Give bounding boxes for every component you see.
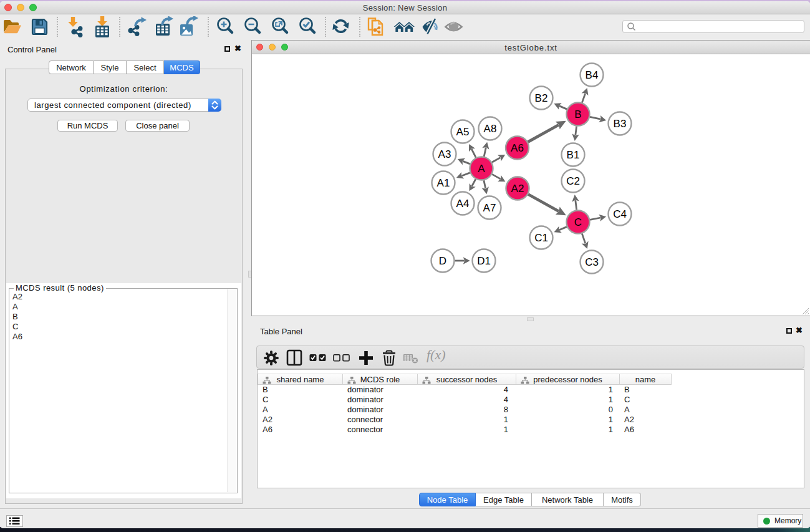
svg-text:A8: A8: [484, 123, 497, 135]
svg-text:A: A: [478, 163, 485, 175]
svg-text:C3: C3: [585, 256, 599, 268]
svg-text:B2: B2: [535, 92, 548, 104]
svg-text:B3: B3: [614, 118, 627, 130]
svg-text:C2: C2: [566, 175, 580, 187]
svg-text:D: D: [439, 255, 446, 267]
svg-text:A1: A1: [437, 177, 450, 189]
svg-text:A7: A7: [483, 202, 496, 214]
svg-text:A5: A5: [456, 126, 470, 138]
svg-text:B1: B1: [567, 149, 580, 161]
svg-text:B4: B4: [586, 69, 599, 81]
svg-text:C1: C1: [534, 232, 548, 244]
svg-text:A2: A2: [511, 183, 524, 195]
svg-text:B: B: [574, 109, 581, 120]
svg-text:D1: D1: [477, 255, 491, 267]
svg-text:A3: A3: [438, 148, 451, 160]
svg-text:A4: A4: [456, 198, 470, 210]
svg-text:C: C: [574, 216, 582, 228]
svg-text:A6: A6: [511, 142, 524, 154]
svg-text:C4: C4: [613, 208, 627, 220]
